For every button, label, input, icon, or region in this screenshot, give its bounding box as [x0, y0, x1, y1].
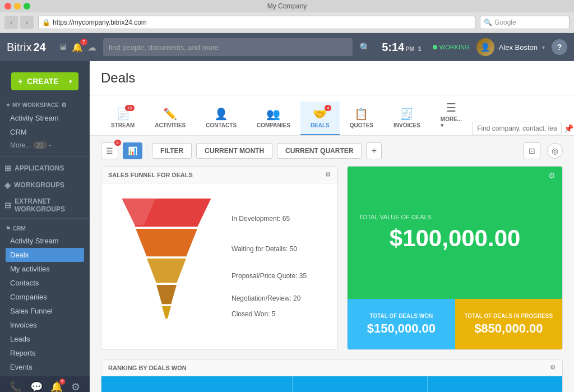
tab-stream[interactable]: 📄10 STREAM — [101, 102, 145, 135]
collapse-button[interactable]: ⊡ — [524, 142, 540, 159]
stream-icon: 📄10 — [116, 107, 130, 121]
workspace-section-header: ✦ MY WORKSPACE ⚙ — [6, 102, 84, 109]
tabs-search: 📌 — [472, 122, 573, 135]
crm-section-header: ⚑ CRM — [6, 225, 84, 232]
time-display: 5:14 — [382, 41, 404, 54]
tab-invoices[interactable]: 🧾 INVOICES — [383, 102, 430, 135]
phone-icon[interactable]: 📞 — [10, 381, 22, 392]
funnel-svg — [110, 192, 223, 338]
ranking-content: You rank #2 total $50,000.00 #1 total $7… — [101, 376, 562, 392]
forward-button[interactable]: › — [20, 16, 34, 29]
sidebar-item-contacts[interactable]: Contacts — [6, 276, 84, 290]
contacts-icon: 👤 — [214, 107, 228, 121]
dashboard: SALES FUNNEL FOR DEALS ⚙ — [90, 166, 574, 392]
total-value-main: TOTAL VALUE OF DEALS $100,000.00 ⚙ — [348, 167, 562, 299]
invoices-icon: 🧾 — [400, 107, 414, 121]
funnel-label-4: Closed Won: 5 — [232, 310, 328, 318]
address-bar[interactable]: 🔒 https://mycompany.bitrix24.com — [38, 16, 475, 29]
deals-won-panel: TOTAL OF DEALS WON $150,000.00 — [348, 299, 455, 349]
current-month-button[interactable]: CURRENT MONTH — [196, 143, 272, 159]
filter-button[interactable]: FILTER — [152, 143, 192, 159]
sidebar-item-activity-stream[interactable]: Activity Stream — [6, 111, 84, 125]
svg-marker-3 — [156, 285, 177, 305]
deals-icon: 🤝4 — [313, 107, 327, 121]
global-search-icon[interactable]: 🔍 — [359, 42, 371, 53]
help-button[interactable]: ? — [552, 39, 567, 55]
tab-activities[interactable]: ✏️ ACTIVITIES — [145, 102, 196, 135]
companies-icon: 👥 — [266, 107, 280, 121]
sidebar-more-workspace[interactable]: More... 21 - — [6, 139, 84, 151]
current-quarter-button[interactable]: CURRENT QUARTER — [277, 143, 362, 159]
page-title: Deals — [101, 70, 563, 86]
page-header: Deals — [90, 61, 574, 95]
workgroups-icon: ◈ — [4, 181, 11, 190]
sidebar-workgroups[interactable]: ◈ WORKGROUPS — [0, 178, 90, 192]
svg-marker-1 — [136, 229, 197, 257]
minimize-dot[interactable] — [14, 3, 21, 10]
global-search-input[interactable] — [103, 38, 353, 56]
sidebar-item-crm-top[interactable]: CRM — [6, 125, 84, 139]
ranking-panel-header: RANKING BY DEALS WON ⚙ — [101, 359, 562, 376]
sidebar-item-invoices[interactable]: Invoices — [6, 318, 84, 332]
close-dot[interactable] — [4, 3, 11, 10]
sidebar-item-crm-activity[interactable]: Activity Stream — [6, 234, 84, 248]
sidebar-item-reports[interactable]: Reports — [6, 346, 84, 360]
sidebar-applications[interactable]: ⊞ APPLICATIONS — [0, 161, 90, 176]
funnel-gear-icon[interactable]: ⚙ — [325, 171, 331, 178]
svg-marker-2 — [147, 259, 186, 283]
sidebar-extranet[interactable]: ⊟ EXTRANET WORKGROUPS — [0, 195, 90, 216]
sidebar-item-my-activities[interactable]: My activities — [6, 262, 84, 276]
tab-deals[interactable]: 🤝4 DEALS — [300, 102, 340, 135]
browser-search[interactable]: 🔍 Google — [480, 16, 570, 29]
options-circle-button[interactable]: ◎ — [547, 143, 563, 159]
quotes-icon: 📋 — [354, 107, 368, 121]
sidebar: + CREATE ▾ ✦ MY WORKSPACE ⚙ Activity Str… — [0, 61, 90, 392]
total-value-panel: TOTAL VALUE OF DEALS $100,000.00 ⚙ TOTAL… — [347, 166, 563, 350]
ranking-gear-icon[interactable]: ⚙ — [550, 364, 556, 371]
deals-inprogress-panel: TOTAL OF DEALS IN PROGRESS $850,000.00 — [455, 299, 562, 349]
monitor-icon[interactable]: 🖥 — [58, 42, 67, 52]
rank-you-panel: You rank #2 total $50,000.00 — [101, 376, 292, 392]
avatar: 👤 — [476, 38, 494, 56]
notification-bell[interactable]: 🔔7 — [72, 42, 83, 53]
tab-contacts[interactable]: 👤 CONTACTS — [196, 102, 247, 135]
tab-companies[interactable]: 👥 COMPANIES — [247, 102, 300, 135]
chat-icon[interactable]: 💬 — [30, 381, 43, 392]
settings-footer-icon[interactable]: ⚙ — [71, 381, 80, 392]
tab-search-input[interactable] — [472, 122, 562, 135]
sales-funnel-panel: SALES FUNNEL FOR DEALS ⚙ — [101, 166, 338, 350]
ranking-panel: RANKING BY DEALS WON ⚙ You rank #2 total… — [101, 359, 563, 392]
filter-separator — [147, 142, 147, 159]
funnel-panel-header: SALES FUNNEL FOR DEALS ⚙ — [101, 167, 337, 183]
browser-title: My Company — [267, 2, 307, 10]
tab-quotes[interactable]: 📋 QUOTES — [340, 102, 383, 135]
filter-bar: ☰4 📊 FILTER CURRENT MONTH CURRENT QUARTE… — [90, 136, 574, 166]
applications-icon: ⊞ — [4, 164, 11, 173]
list-view-button[interactable]: ☰4 — [101, 142, 118, 159]
content-area: Deals 📄10 STREAM ✏️ ACTIVITIES 👤 CONTACT… — [90, 61, 574, 392]
create-button[interactable]: + CREATE ▾ — [11, 72, 78, 90]
sidebar-item-sales-funnel[interactable]: Sales Funnel — [6, 304, 84, 318]
add-filter-button[interactable]: + — [366, 142, 382, 159]
sidebar-item-leads[interactable]: Leads — [6, 332, 84, 346]
maximize-dot[interactable] — [24, 3, 30, 10]
chart-view-button[interactable]: 📊 — [123, 142, 142, 159]
rank-3-panel: #3 total $25,000.00 — [427, 376, 562, 392]
funnel-label-2: Proposal/Price Quote: 35 — [232, 272, 328, 280]
working-status[interactable]: WORKING — [433, 44, 470, 50]
notification-footer-icon[interactable]: 🔔7 — [50, 381, 63, 392]
sidebar-item-deals[interactable]: Deals — [6, 248, 84, 262]
cloud-icon[interactable]: ☁ — [87, 42, 96, 53]
sidebar-item-companies[interactable]: Companies — [6, 290, 84, 304]
tabs-bar: 📄10 STREAM ✏️ ACTIVITIES 👤 CONTACTS 👥 CO… — [90, 95, 574, 136]
back-button[interactable]: ‹ — [4, 16, 18, 29]
tab-more[interactable]: ☰ MORE... ▾ — [430, 95, 472, 135]
svg-marker-4 — [162, 306, 171, 319]
sidebar-item-events[interactable]: Events — [6, 360, 84, 374]
workspace-gear-icon[interactable]: ⚙ — [61, 102, 67, 109]
user-profile[interactable]: 👤 Alex Boston ▾ — [476, 38, 545, 56]
total-value-gear-icon[interactable]: ⚙ — [548, 171, 556, 180]
logo: Bitrix 24 — [7, 41, 46, 54]
pin-icon[interactable]: 📌 — [564, 124, 573, 133]
activities-icon: ✏️ — [163, 107, 177, 121]
